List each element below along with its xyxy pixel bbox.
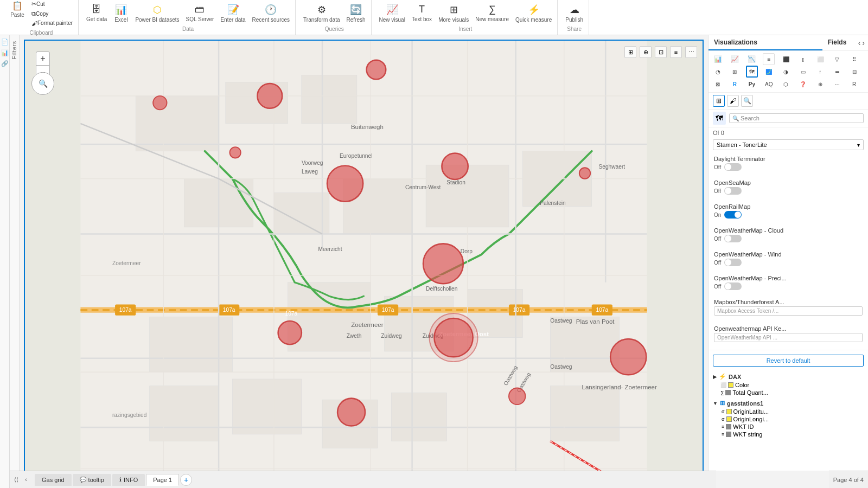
viz-waterfall[interactable]: ⬜ xyxy=(814,53,826,65)
gasstations-item-originlat[interactable]: σ OriginLatitu... xyxy=(720,408,864,415)
copy-button[interactable]: ⧉ Copy xyxy=(29,9,75,18)
map-control-lock[interactable]: ⊞ xyxy=(624,46,636,58)
map-container[interactable]: 107a 107a 107a 107a 107a xyxy=(24,40,704,484)
viz-stacked-bar[interactable]: ≡ xyxy=(763,53,775,65)
add-page-button[interactable]: + xyxy=(180,474,192,486)
page-prev-button[interactable]: ‹ xyxy=(22,476,30,484)
layer-openseamap: OpenSeaMap Off xyxy=(709,177,868,197)
tab-info[interactable]: ℹ INFO xyxy=(112,474,145,486)
cut-button[interactable]: ✂ Cut xyxy=(29,0,75,9)
tab-gas-grid-label: Gas grid xyxy=(42,477,65,483)
svg-text:Centrum-West: Centrum-West xyxy=(405,184,441,190)
sidebar-icon-data[interactable]: 📊 xyxy=(1,48,9,57)
svg-text:Plas van Poot: Plas van Poot xyxy=(576,318,615,325)
viz-custom1[interactable]: ⬡ xyxy=(780,78,792,90)
powerbi-datasets-button[interactable]: ⬡ Power BI datasets xyxy=(133,3,181,24)
enter-data-button[interactable]: 📝 Enter data xyxy=(218,3,247,24)
svg-text:Zoetermeer: Zoetermeer xyxy=(112,260,141,266)
preci-toggle[interactable] xyxy=(724,282,742,290)
viz-treemap[interactable]: ⊞ xyxy=(729,66,741,78)
viz-matrix[interactable]: ⊠ xyxy=(712,78,724,90)
new-measure-button[interactable]: ∑ New measure xyxy=(473,3,511,24)
viz-aq[interactable]: AQ xyxy=(763,78,775,90)
sql-button[interactable]: 🗃 SQL Server xyxy=(184,3,216,24)
page-first-button[interactable]: ⟨⟨ xyxy=(12,476,21,484)
more-visuals-button[interactable]: ⊞ More visuals xyxy=(436,3,471,24)
sidebar-icon-report[interactable]: 📄 xyxy=(1,37,9,46)
format-tab[interactable]: 🖌 xyxy=(727,95,739,107)
revert-button[interactable]: Revert to default xyxy=(713,355,864,367)
tab-page1[interactable]: Page 1 xyxy=(146,474,179,486)
svg-point-78 xyxy=(434,318,473,357)
publish-button[interactable]: ☁ Publish xyxy=(563,3,585,24)
viz-custom3[interactable]: R xyxy=(848,78,860,90)
panel-next-button[interactable]: › xyxy=(862,38,865,47)
viz-r-visual[interactable]: R xyxy=(729,78,741,90)
viz-area-chart[interactable]: 📉 xyxy=(746,53,758,65)
svg-text:Oastweg: Oastweg xyxy=(550,364,572,370)
color-sq-lat xyxy=(726,409,732,414)
map-control-crosshair[interactable]: ⊕ xyxy=(640,46,652,58)
viz-line-chart[interactable]: 📈 xyxy=(729,53,741,65)
panel-prev-button[interactable]: ‹ xyxy=(858,38,861,47)
viz-scatter[interactable]: ⠿ xyxy=(848,53,860,65)
viz-qna[interactable]: ❓ xyxy=(797,78,809,90)
map-control-filter[interactable]: ≡ xyxy=(670,46,682,58)
viz-more[interactable]: ⋯ xyxy=(831,78,843,90)
viz-filled-map[interactable]: 🗾 xyxy=(763,66,775,78)
viz-bar-chart[interactable]: 📊 xyxy=(712,53,724,65)
viz-slicer[interactable]: ≔ xyxy=(831,66,843,78)
tab-tooltip[interactable]: 💬 tooltip xyxy=(73,474,111,486)
transform-data-button[interactable]: ⚙ Transform data xyxy=(301,3,342,24)
gasstations-item-wktstring[interactable]: ≡ WKT string xyxy=(720,431,864,438)
layer-search-box[interactable]: 🔍 Search xyxy=(729,113,864,123)
tab-page1-label: Page 1 xyxy=(153,477,172,483)
basemap-dropdown[interactable]: Stamen - TonerLite ▾ xyxy=(713,139,864,150)
format-painter-button[interactable]: 🖌 Format painter xyxy=(29,19,75,28)
openrailmap-toggle[interactable] xyxy=(724,211,742,219)
quick-measure-icon: ⚡ xyxy=(528,4,540,16)
wind-toggle[interactable] xyxy=(724,259,742,266)
map-search-button[interactable]: 🔍 xyxy=(31,72,54,95)
refresh-button[interactable]: 🔄 Refresh xyxy=(344,3,368,24)
paste-button[interactable]: 📋 Paste xyxy=(8,0,27,28)
tab-gas-grid[interactable]: Gas grid xyxy=(35,474,72,486)
viz-table[interactable]: ⊟ xyxy=(848,66,860,78)
viz-map[interactable]: 🗺 xyxy=(746,66,758,78)
recent-sources-button[interactable]: 🕐 Recent sources xyxy=(250,3,292,24)
viz-ribbon[interactable]: ⫿ xyxy=(797,53,809,65)
map-control-expand[interactable]: ⊡ xyxy=(655,46,667,58)
text-box-button[interactable]: T Text box xyxy=(410,3,434,24)
quick-measure-button[interactable]: ⚡ Quick measure xyxy=(513,3,554,24)
svg-text:107a: 107a xyxy=(119,307,132,313)
zoom-in-button[interactable]: + xyxy=(36,52,50,66)
excel-button[interactable]: 📊 Excel xyxy=(111,3,131,24)
cloud-toggle[interactable] xyxy=(724,235,742,242)
gasstations-item-wktid[interactable]: ≡ WKT ID xyxy=(720,423,864,431)
dax-group-header[interactable]: ▶ ⚡ DAX xyxy=(713,372,864,381)
viz-funnel[interactable]: ▽ xyxy=(831,53,843,65)
text-box-icon: T xyxy=(419,4,425,15)
analytics-tab[interactable]: 🔍 xyxy=(741,95,753,107)
map-control-more[interactable]: ⋯ xyxy=(685,46,697,58)
dax-item-total[interactable]: ∑ Total Quant... xyxy=(720,389,864,396)
get-data-button[interactable]: 🗄 Get data xyxy=(84,3,109,24)
openseamap-toggle[interactable] xyxy=(724,187,742,195)
viz-custom2[interactable]: ⊕ xyxy=(814,78,826,90)
viz-card[interactable]: ▭ xyxy=(797,66,809,78)
viz-gauge[interactable]: ◑ xyxy=(780,66,792,78)
sidebar-icon-model[interactable]: 🔗 xyxy=(1,59,9,68)
dax-item-color[interactable]: ⬜ Color xyxy=(720,381,864,389)
fields-tab[interactable]: ⊞ xyxy=(713,95,725,107)
openweather-api-input[interactable]: OpenWeatherMap API ... xyxy=(714,333,863,342)
viz-kpi[interactable]: ↑ xyxy=(814,66,826,78)
gasstations-group-header[interactable]: ▼ ⊞ gasstations1 xyxy=(713,399,864,408)
mapbox-token-input[interactable]: Mapbox Access Token /... xyxy=(714,306,863,316)
gasstations-item-originlong[interactable]: σ OriginLongi... xyxy=(720,415,864,423)
new-visual-button[interactable]: 📈 New visual xyxy=(377,3,407,24)
viz-python[interactable]: Py xyxy=(746,78,758,90)
daylight-toggle[interactable] xyxy=(724,163,742,171)
format-painter-icon: 🖌 xyxy=(31,20,37,27)
viz-stacked-column[interactable]: ⬛ xyxy=(780,53,792,65)
viz-pie[interactable]: ◔ xyxy=(712,66,724,78)
